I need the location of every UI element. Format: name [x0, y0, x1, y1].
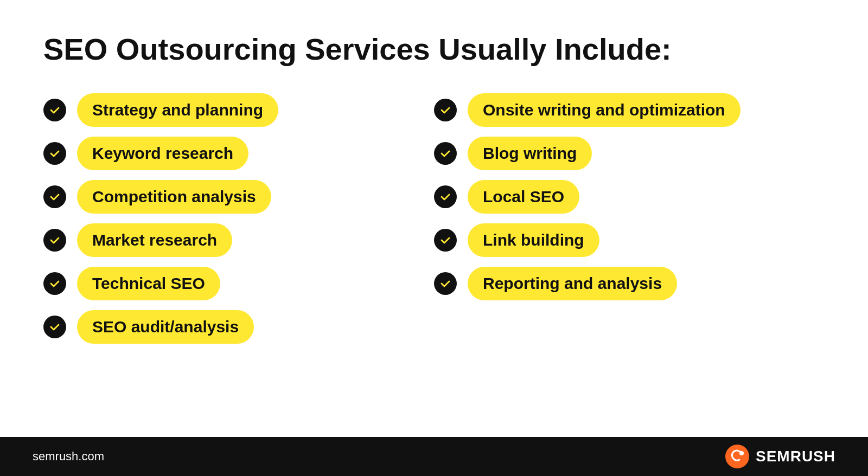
- check-icon: [43, 316, 66, 338]
- checkmark-icon: [439, 147, 451, 159]
- tag-label: Blog writing: [468, 137, 592, 170]
- tag-label: Local SEO: [468, 180, 579, 214]
- tag-label: Technical SEO: [77, 267, 220, 300]
- tag-label: Keyword research: [77, 137, 248, 170]
- tag-label: SEO audit/analysis: [77, 310, 254, 344]
- page-title: SEO Outsourcing Services Usually Include…: [43, 33, 825, 66]
- footer: semrush.com SEMRUSH: [0, 437, 868, 476]
- list-item: Strategy and planning: [43, 93, 434, 127]
- lists-container: Strategy and planning Keyword research C…: [43, 93, 825, 415]
- list-item: Link building: [434, 223, 825, 257]
- list-item: SEO audit/analysis: [43, 310, 434, 344]
- left-column: Strategy and planning Keyword research C…: [43, 93, 434, 415]
- list-item: Technical SEO: [43, 267, 434, 300]
- checkmark-icon: [49, 278, 61, 290]
- checkmark-icon: [49, 234, 61, 246]
- semrush-brand-text: SEMRUSH: [756, 448, 835, 465]
- check-icon: [434, 142, 457, 165]
- checkmark-icon: [49, 321, 61, 333]
- list-item: Blog writing: [434, 137, 825, 170]
- checkmark-icon: [439, 234, 451, 246]
- svg-point-0: [725, 445, 749, 468]
- check-icon: [43, 272, 66, 295]
- checkmark-icon: [49, 104, 61, 116]
- check-icon: [43, 229, 66, 252]
- list-item: Competition analysis: [43, 180, 434, 214]
- tag-label: Link building: [468, 223, 599, 257]
- checkmark-icon: [439, 191, 451, 203]
- check-icon: [434, 185, 457, 208]
- tag-label: Competition analysis: [77, 180, 271, 214]
- check-icon: [43, 142, 66, 165]
- check-icon: [434, 99, 457, 121]
- semrush-icon: [725, 445, 749, 468]
- footer-url: semrush.com: [33, 449, 104, 464]
- svg-point-1: [739, 451, 744, 455]
- right-column: Onsite writing and optimization Blog wri…: [434, 93, 825, 415]
- tag-label: Strategy and planning: [77, 93, 278, 127]
- tag-label: Reporting and analysis: [468, 267, 677, 300]
- list-item: Market research: [43, 223, 434, 257]
- tag-label: Onsite writing and optimization: [468, 93, 741, 127]
- checkmark-icon: [49, 191, 61, 203]
- check-icon: [43, 185, 66, 208]
- list-item: Local SEO: [434, 180, 825, 214]
- list-item: Keyword research: [43, 137, 434, 170]
- list-item: Reporting and analysis: [434, 267, 825, 300]
- tag-label: Market research: [77, 223, 232, 257]
- check-icon: [434, 229, 457, 252]
- list-item: Onsite writing and optimization: [434, 93, 825, 127]
- check-icon: [434, 272, 457, 295]
- main-content: SEO Outsourcing Services Usually Include…: [0, 0, 868, 437]
- check-icon: [43, 99, 66, 121]
- semrush-logo: SEMRUSH: [725, 445, 835, 468]
- checkmark-icon: [49, 147, 61, 159]
- checkmark-icon: [439, 104, 451, 116]
- checkmark-icon: [439, 278, 451, 290]
